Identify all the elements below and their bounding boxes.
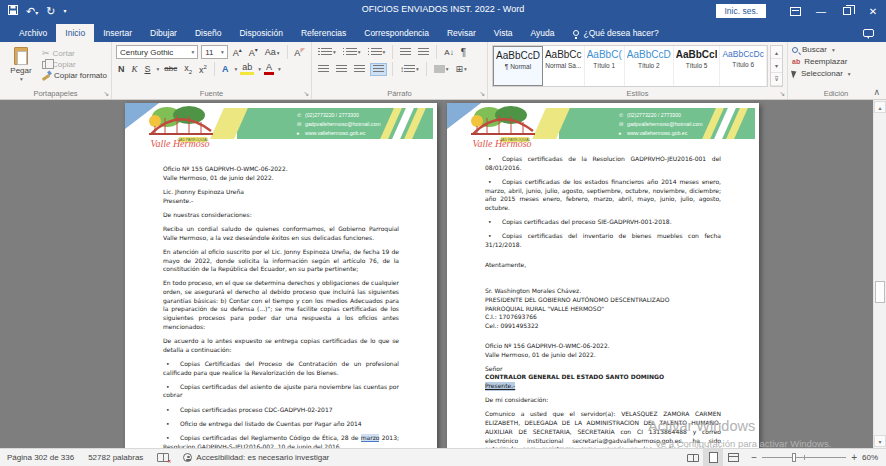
- text-effects-button[interactable]: A: [220, 65, 231, 74]
- highlight-dropdown-arrow[interactable]: ▾: [258, 66, 261, 72]
- redo-icon[interactable]: ↻: [46, 6, 55, 17]
- doc-paragraph[interactable]: PRESIDENTE DEL GOBIERNO AUTÓNOMO DESCENT…: [485, 296, 721, 305]
- doc-paragraph[interactable]: Sr. Washington Morales Chávez.: [485, 287, 721, 296]
- subscript-button[interactable]: x2: [182, 64, 194, 75]
- align-left-button[interactable]: [316, 64, 331, 75]
- word-count-indicator[interactable]: 52782 palabras: [81, 453, 150, 462]
- doc-paragraph[interactable]: Cel.: 0991495322: [485, 322, 721, 331]
- doc-paragraph[interactable]: Valle Hermoso, 01 de junio del 2022.: [163, 174, 399, 183]
- zoom-level-indicator[interactable]: 60%: [862, 453, 878, 462]
- paragraph-dialog-launcher-icon[interactable]: ↘: [479, 90, 485, 98]
- doc-paragraph[interactable]: C.I.: 1707693766: [485, 313, 721, 322]
- doc-paragraph[interactable]: Lic. Jhonny Espinoza Ureña: [163, 188, 399, 197]
- zoom-out-button[interactable]: −: [751, 452, 757, 463]
- style-normal[interactable]: AaBbCcD¶ Normal: [493, 46, 543, 86]
- document-text-left[interactable]: Oficio Nº 155 GADPRVH-O-WMC-06-2022.Vall…: [125, 149, 437, 448]
- doc-paragraph[interactable]: En todo proceso, en el que se determina …: [163, 279, 399, 331]
- style-titulo-5[interactable]: AaBbCcITítulo 5: [674, 46, 721, 86]
- doc-paragraph[interactable]: Oficio Nº 155 GADPRVH-O-WMC-06-2022.: [163, 165, 399, 174]
- zoom-in-button[interactable]: +: [851, 452, 857, 463]
- underline-button[interactable]: S: [143, 65, 153, 74]
- doc-paragraph[interactable]: Presente.-: [485, 382, 515, 391]
- doc-bullet-item[interactable]: •Copias certificadas del asiento de ajus…: [163, 383, 399, 400]
- borders-button[interactable]: ⊞▾: [454, 63, 469, 75]
- page-number-indicator[interactable]: Página 302 de 336: [0, 453, 81, 462]
- doc-paragraph[interactable]: De mi consideración:: [485, 396, 721, 405]
- tab-vista[interactable]: Vista: [485, 24, 522, 42]
- tab-insertar[interactable]: Insertar: [94, 24, 141, 42]
- print-layout-button[interactable]: [703, 449, 723, 466]
- justify-button[interactable]: [370, 63, 387, 76]
- clear-formatting-button[interactable]: A◤: [292, 47, 307, 58]
- styles-scroll-down-icon[interactable]: ▾: [771, 59, 782, 72]
- numbering-button[interactable]: ▾: [341, 47, 363, 58]
- doc-paragraph[interactable]: Presente.-: [163, 197, 399, 206]
- font-size-combobox[interactable]: 11▾: [201, 45, 228, 59]
- italic-button[interactable]: K: [130, 65, 140, 74]
- zoom-slider-thumb[interactable]: [792, 453, 796, 462]
- style-normal-sa[interactable]: AaBbCcNormal Sa...: [543, 46, 585, 86]
- doc-bullet-item[interactable]: •Copias certificadas del proceso SIE-GAD…: [485, 218, 721, 227]
- minimize-button[interactable]: —: [808, 0, 834, 22]
- shading-button[interactable]: ▾: [432, 64, 451, 74]
- superscript-button[interactable]: x2: [197, 64, 209, 75]
- save-icon[interactable]: [8, 5, 18, 17]
- decrease-indent-button[interactable]: [398, 47, 413, 58]
- replace-button[interactable]: abReemplazar: [792, 57, 880, 66]
- document-page-right[interactable]: ✆(02)2773220 / 2773300 ✉gadpvallehermoso…: [447, 103, 759, 448]
- bold-button[interactable]: N: [116, 65, 127, 74]
- doc-paragraph[interactable]: Comunico a usted que el servidor(a): VEL…: [485, 410, 721, 448]
- read-mode-button[interactable]: [683, 449, 703, 466]
- font-color-dropdown-arrow[interactable]: ▾: [278, 66, 281, 72]
- sort-button[interactable]: A↓: [442, 47, 455, 58]
- styles-dialog-launcher-icon[interactable]: ↘: [779, 90, 785, 98]
- tab-correspondencia[interactable]: Correspondencia: [355, 24, 438, 42]
- web-layout-button[interactable]: [723, 449, 743, 466]
- grow-font-button[interactable]: A▴: [231, 47, 244, 58]
- doc-bullet-item[interactable]: •Copias certificadas proceso CDC-GADPVH-…: [163, 406, 399, 415]
- tab-inicio[interactable]: Inicio: [56, 24, 94, 42]
- text-highlight-button[interactable]: ab: [240, 63, 254, 75]
- document-page-left[interactable]: ✆(02)2773220 / 2773300 ✉gadpvallehermoso…: [125, 103, 437, 448]
- show-paragraph-marks-button[interactable]: ¶: [459, 46, 468, 59]
- sign-in-button[interactable]: Inic. ses.: [716, 4, 766, 18]
- align-center-button[interactable]: [334, 64, 349, 75]
- scroll-up-icon[interactable]: ▴: [874, 101, 886, 113]
- styles-more-icon[interactable]: ⊽: [771, 73, 782, 86]
- restore-button[interactable]: [834, 0, 860, 22]
- tell-me-search[interactable]: ¿Qué desea hacer?: [564, 24, 668, 42]
- scrollbar-thumb[interactable]: [875, 281, 885, 303]
- customize-quick-access-icon[interactable]: ▾: [63, 8, 66, 14]
- shrink-font-button[interactable]: A▾: [247, 47, 260, 58]
- doc-paragraph[interactable]: Señor: [485, 365, 721, 374]
- paste-button[interactable]: Pegar ▾: [4, 45, 38, 87]
- tab-dibujar[interactable]: Dibujar: [141, 24, 186, 42]
- tab-diseno[interactable]: Diseño: [186, 24, 230, 42]
- tab-revisar[interactable]: Revisar: [438, 24, 485, 42]
- doc-bullet-item[interactable]: •Copias certificadas de los estados fina…: [485, 178, 721, 213]
- doc-bullet-item[interactable]: •Oficio de entrega del listado de Cuenta…: [163, 420, 399, 429]
- line-spacing-button[interactable]: ↕▾: [398, 64, 421, 75]
- style-titulo-1[interactable]: AaBbC(Título 1: [585, 46, 625, 86]
- increase-indent-button[interactable]: [416, 47, 431, 58]
- style-titulo-6[interactable]: AaBbCcDcTítulo 6: [720, 46, 767, 86]
- doc-bullet-item[interactable]: •Copias certificadas del Reglamento Códi…: [163, 434, 399, 448]
- doc-paragraph[interactable]: Valle Hermoso, 01 de junio del 2022.: [485, 351, 721, 360]
- style-titulo-2[interactable]: AaBbCcDTítulo 2: [625, 46, 674, 86]
- underline-dropdown-arrow[interactable]: ▾: [157, 66, 160, 72]
- document-text-right[interactable]: •Copias certificadas de la Resolucion GA…: [447, 149, 759, 448]
- doc-paragraph[interactable]: Atentamente,: [485, 261, 721, 270]
- tab-ayuda[interactable]: Ayuda: [522, 24, 564, 42]
- font-dialog-launcher-icon[interactable]: ↘: [303, 90, 309, 98]
- bullets-button[interactable]: ▾: [316, 47, 338, 58]
- paste-dropdown-arrow[interactable]: ▾: [20, 76, 23, 82]
- tab-referencias[interactable]: Referencias: [292, 24, 355, 42]
- tab-disposicion[interactable]: Disposición: [230, 24, 291, 42]
- comments-icon[interactable]: [863, 29, 874, 37]
- scroll-down-icon[interactable]: ▾: [874, 435, 886, 447]
- collapse-ribbon-icon[interactable]: ∧: [873, 87, 880, 97]
- doc-paragraph[interactable]: En atención al oficio suscrito por el Li…: [163, 248, 399, 274]
- proofing-errors-button[interactable]: [150, 453, 176, 462]
- vertical-scrollbar[interactable]: ▴ ▾: [873, 100, 886, 448]
- doc-paragraph[interactable]: PARROQUIAL RURAL "VALLE HERMOSO": [485, 305, 721, 314]
